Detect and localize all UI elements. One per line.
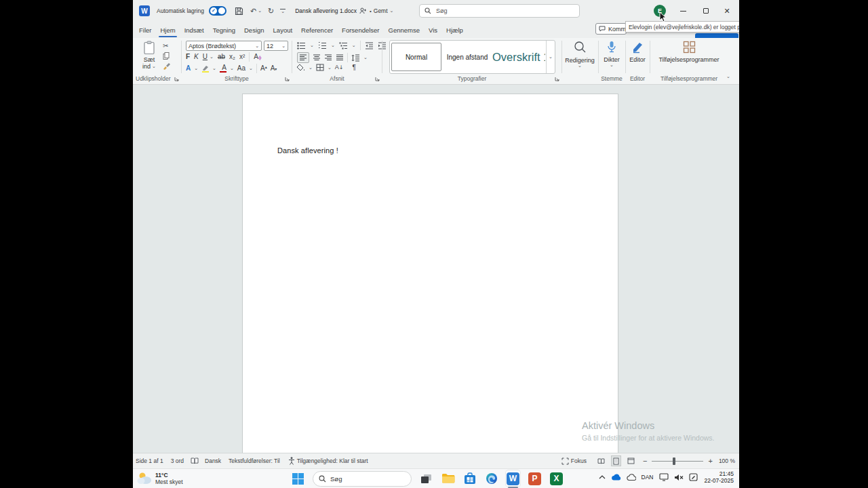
style-normal[interactable]: Normal <box>391 43 441 71</box>
search-input[interactable]: Søg <box>419 4 580 18</box>
shrink-font-button[interactable]: A▾ <box>271 65 277 72</box>
style-no-spacing[interactable]: Ingen afstand <box>443 43 491 71</box>
web-layout-view-icon[interactable] <box>626 455 636 466</box>
word-taskbar-icon[interactable]: W <box>506 470 520 487</box>
tab-hjaelp[interactable]: Hjælp <box>446 26 463 34</box>
multilevel-list-button[interactable] <box>339 42 348 49</box>
tab-vis[interactable]: Vis <box>429 26 437 34</box>
zoom-slider-knob[interactable] <box>673 458 675 465</box>
borders-chevron-icon[interactable]: ⌄ <box>328 66 332 70</box>
tab-referencer[interactable]: Referencer <box>301 26 333 34</box>
page-indicator[interactable]: Side 1 af 1 <box>136 458 163 464</box>
zoom-level[interactable]: 100 % <box>719 458 735 464</box>
zoom-slider[interactable] <box>652 461 703 462</box>
numbered-list-chevron-icon[interactable]: ⌄ <box>331 43 335 47</box>
cut-icon[interactable]: ✂ <box>163 42 170 49</box>
file-explorer-icon[interactable] <box>441 470 455 487</box>
style-heading1[interactable]: Overskrift 1 <box>492 43 545 71</box>
decrease-indent-button[interactable] <box>365 42 374 49</box>
redo-button[interactable]: ↻ <box>268 7 274 16</box>
font-dialog-launcher[interactable] <box>285 77 290 81</box>
task-view-button[interactable] <box>419 470 433 487</box>
bullet-list-button[interactable] <box>297 42 306 49</box>
strikethrough-button[interactable]: ab <box>218 54 225 60</box>
share-button[interactable] <box>695 33 738 38</box>
weather-widget[interactable]: 11°C Mest skyet <box>136 471 183 485</box>
onedrive-icon[interactable] <box>611 474 621 481</box>
autosave-toggle[interactable]: ✓ <box>209 6 226 16</box>
close-button[interactable]: ✕ <box>717 0 736 22</box>
copy-icon[interactable] <box>163 52 170 60</box>
word-logo-icon[interactable]: W <box>139 5 150 16</box>
justify-button[interactable] <box>336 54 344 61</box>
subscript-button[interactable]: x₂ <box>229 54 235 60</box>
customize-quick-access-icon[interactable]: ⌄ <box>280 9 285 14</box>
paragraph-dialog-launcher[interactable] <box>375 77 380 81</box>
zoom-in-button[interactable]: + <box>708 457 712 465</box>
font-color-button[interactable]: A <box>220 64 226 73</box>
styles-gallery-more-button[interactable]: ⌄ <box>546 41 555 73</box>
highlight-button[interactable] <box>201 65 209 73</box>
font-color-chevron-icon[interactable]: ⌄ <box>230 66 234 70</box>
shading-chevron-icon[interactable]: ⌄ <box>309 66 313 70</box>
numbered-list-button[interactable] <box>318 42 327 49</box>
clipboard-dialog-launcher[interactable] <box>174 77 179 81</box>
dictate-button[interactable]: Dikter ⌄ <box>598 41 625 67</box>
taskbar-search[interactable]: Søg <box>313 471 412 487</box>
word-count[interactable]: 3 ord <box>171 458 184 464</box>
zoom-out-button[interactable]: − <box>643 457 647 465</box>
collapse-ribbon-icon[interactable]: ⌄ <box>726 75 730 79</box>
comments-button[interactable]: Komm <box>595 23 627 35</box>
language-indicator[interactable]: Dansk <box>205 458 221 464</box>
proofing-icon[interactable] <box>191 458 199 464</box>
tab-indsaet[interactable]: Indsæt <box>184 26 204 34</box>
format-painter-icon[interactable] <box>163 62 170 70</box>
font-name-combo[interactable]: Aptos (Brødtekst)⌄ <box>186 41 262 51</box>
powerpoint-icon[interactable]: P <box>528 470 542 487</box>
tab-design[interactable]: Design <box>244 26 264 34</box>
accessibility-status[interactable]: Tilgængelighed: Klar til start <box>288 457 368 465</box>
pilcrow-button[interactable]: ¶ <box>352 64 355 71</box>
text-effects-chevron-icon[interactable]: ⌄ <box>194 66 198 70</box>
text-predictions[interactable]: Tekstfuldførelser: Til <box>229 458 280 464</box>
align-right-button[interactable] <box>324 54 332 61</box>
clear-formatting-button[interactable]: Aϕ <box>254 54 261 61</box>
excel-icon[interactable]: X <box>549 470 564 487</box>
line-spacing-button[interactable] <box>351 54 360 62</box>
line-spacing-chevron-icon[interactable]: ⌄ <box>363 56 368 60</box>
tab-hjem[interactable]: Hjem <box>160 26 175 34</box>
editing-button[interactable]: Redigering ⌄ <box>561 41 598 68</box>
font-size-combo[interactable]: 12⌄ <box>264 41 288 51</box>
borders-button[interactable] <box>316 64 324 71</box>
paste-button[interactable]: Sæt ind⌄ <box>138 41 160 73</box>
text-effects-button[interactable]: A <box>186 65 191 72</box>
tab-forsendelser[interactable]: Forsendelser <box>342 26 379 34</box>
underline-button[interactable]: U <box>203 54 208 60</box>
maximize-button[interactable] <box>696 0 715 22</box>
styles-dialog-launcher[interactable] <box>555 77 559 81</box>
multilevel-list-chevron-icon[interactable]: ⌄ <box>352 43 356 47</box>
weather-cloud-icon[interactable] <box>627 474 636 481</box>
focus-button[interactable]: Fokus <box>561 458 587 465</box>
tab-tegning[interactable]: Tegning <box>213 26 235 34</box>
change-case-chevron-icon[interactable]: ⌄ <box>249 66 253 70</box>
read-mode-view-icon[interactable] <box>596 455 606 466</box>
superscript-button[interactable]: x² <box>239 54 245 60</box>
pen-tray-icon[interactable] <box>689 473 698 481</box>
document-title-area[interactable]: Dansk aflevering 1.docx • Gemt ⌄ <box>295 7 393 14</box>
addins-button[interactable]: Tilføjelsesprogrammer <box>650 41 728 63</box>
sort-button[interactable]: A↓ <box>335 64 344 71</box>
bullet-list-chevron-icon[interactable]: ⌄ <box>310 43 314 47</box>
italic-button[interactable]: K <box>194 54 199 60</box>
tray-chevron-icon[interactable] <box>599 475 606 479</box>
microsoft-store-icon[interactable] <box>462 470 477 487</box>
change-case-button[interactable]: Aa <box>237 65 245 72</box>
bold-button[interactable]: F <box>186 54 190 60</box>
save-icon[interactable] <box>235 7 243 16</box>
edge-icon[interactable] <box>484 470 498 487</box>
start-button[interactable] <box>291 470 305 487</box>
language-tray[interactable]: DAN <box>642 474 654 481</box>
minimize-button[interactable] <box>673 0 692 22</box>
display-pen-icon[interactable] <box>659 473 669 481</box>
tab-gennemse[interactable]: Gennemse <box>389 26 420 34</box>
